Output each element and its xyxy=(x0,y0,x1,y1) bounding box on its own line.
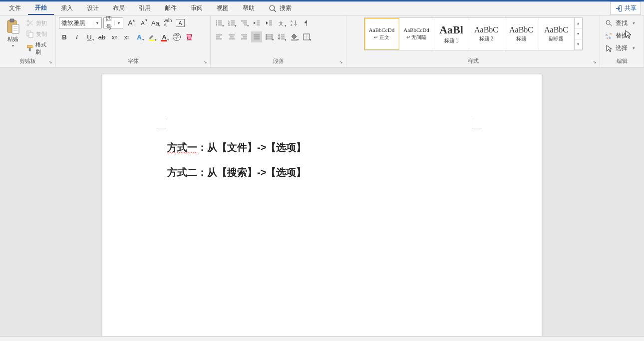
clipboard-launcher[interactable]: ↘ xyxy=(47,59,53,65)
grow-font-button[interactable]: A▴ xyxy=(125,17,136,28)
font-launcher[interactable]: ↘ xyxy=(202,59,208,65)
search-box[interactable]: 搜索 xyxy=(262,1,299,15)
svg-text:文: 文 xyxy=(279,20,284,26)
bold-button[interactable]: B xyxy=(59,31,70,42)
svg-rect-17 xyxy=(149,39,154,40)
increase-indent-button[interactable] xyxy=(264,17,275,28)
change-case-button[interactable]: Aa xyxy=(150,17,161,28)
borders-button[interactable] xyxy=(301,31,312,42)
shading-button[interactable] xyxy=(289,31,300,42)
align-center-button[interactable] xyxy=(226,31,237,42)
line-spacing-button[interactable] xyxy=(276,31,287,42)
tab-layout[interactable]: 布局 xyxy=(106,1,132,15)
align-right-button[interactable] xyxy=(239,31,250,42)
asian-layout-button[interactable]: 文 xyxy=(276,17,287,28)
style-normal[interactable]: AaBbCcDd ↵ 正文 xyxy=(364,18,399,50)
distributed-button[interactable] xyxy=(264,31,275,42)
tab-references[interactable]: 引用 xyxy=(132,1,158,15)
shrink-font-button[interactable]: A▾ xyxy=(137,17,148,28)
clear-format-button[interactable] xyxy=(184,31,195,42)
style-preview: AaBbCcDd xyxy=(403,27,429,33)
page[interactable]: 方式一：从【文件】->【选项】 方式二：从【搜索】->【选项】 xyxy=(102,74,542,336)
style-no-spacing[interactable]: AaBbCcDd ↵ 无间隔 xyxy=(399,18,434,50)
style-name-label: 标题 xyxy=(516,35,526,42)
style-preview: AaBbC xyxy=(509,25,533,34)
copy-button[interactable]: 复制 xyxy=(25,29,52,38)
svg-line-11 xyxy=(29,21,33,25)
document-line-1[interactable]: 方式一：从【文件】->【选项】 xyxy=(167,139,487,155)
share-button[interactable]: 共享 xyxy=(610,1,641,15)
tab-mailings[interactable]: 邮件 xyxy=(158,1,184,15)
subscript-button[interactable]: x2 xyxy=(109,31,120,42)
svg-point-9 xyxy=(27,24,29,26)
decrease-indent-button[interactable] xyxy=(251,17,262,28)
format-painter-icon xyxy=(26,44,33,52)
font-size-combo[interactable]: 四号▼ xyxy=(103,17,123,28)
style-name-label: ↵ 无间隔 xyxy=(406,34,427,41)
character-border-button[interactable]: A xyxy=(175,17,186,28)
search-icon xyxy=(605,19,613,27)
select-button[interactable]: 选择 ▼ xyxy=(603,43,638,53)
tab-help[interactable]: 帮助 xyxy=(236,1,262,15)
style-heading-1[interactable]: AaBl 标题 1 xyxy=(434,18,469,50)
copy-icon xyxy=(26,30,34,38)
tab-view[interactable]: 视图 xyxy=(210,1,236,15)
sort-button[interactable]: AZ xyxy=(289,17,300,28)
tab-home[interactable]: 开始 xyxy=(28,1,54,15)
align-left-button[interactable] xyxy=(214,31,225,42)
gallery-more-button[interactable]: ▾ xyxy=(575,39,582,50)
strikethrough-button[interactable]: ab xyxy=(96,31,107,42)
style-preview: AaBbC xyxy=(544,25,568,34)
text-effects-button[interactable]: A xyxy=(134,31,145,42)
svg-rect-4 xyxy=(10,19,14,22)
highlight-button[interactable] xyxy=(146,31,157,42)
search-label: 搜索 xyxy=(280,4,292,12)
scissors-icon xyxy=(26,19,34,27)
chevron-down-icon: ▼ xyxy=(632,21,636,25)
tab-file[interactable]: 文件 xyxy=(2,1,28,15)
text: ：从【文件】->【选项】 xyxy=(197,142,306,153)
svg-point-10 xyxy=(27,20,29,22)
svg-rect-61 xyxy=(292,39,297,40)
replace-button[interactable]: ab 替换 xyxy=(603,31,638,40)
svg-point-0 xyxy=(270,5,275,10)
svg-line-66 xyxy=(610,24,612,26)
font-size-value: 四号 xyxy=(106,14,114,31)
superscript-button[interactable]: x2 xyxy=(121,31,132,42)
style-preview: AaBbC xyxy=(474,25,498,34)
tab-review[interactable]: 审阅 xyxy=(184,1,210,15)
margin-marker-top-left xyxy=(156,118,166,128)
styles-launcher[interactable]: ↘ xyxy=(592,59,598,65)
document-line-2[interactable]: 方式二：从【搜索】->【选项】 xyxy=(167,164,487,180)
gallery-up-button[interactable]: ▴ xyxy=(575,18,582,28)
svg-text:Z: Z xyxy=(291,23,293,26)
phonetic-guide-button[interactable]: wénA xyxy=(162,17,173,28)
cut-button[interactable]: 剪切 xyxy=(25,18,52,27)
find-button[interactable]: 查找 ▼ xyxy=(603,18,638,28)
numbering-button[interactable]: 123 xyxy=(226,17,237,28)
format-painter-button[interactable]: 格式刷 xyxy=(25,40,52,56)
multilevel-list-button[interactable] xyxy=(239,17,250,28)
document-area[interactable]: 方式一：从【文件】->【选项】 方式二：从【搜索】->【选项】 xyxy=(0,67,644,336)
tab-design[interactable]: 设计 xyxy=(80,1,106,15)
align-justify-button[interactable] xyxy=(251,31,262,42)
tab-insert[interactable]: 插入 xyxy=(54,1,80,15)
bullets-button[interactable] xyxy=(214,17,225,28)
underline-button[interactable]: U xyxy=(84,31,95,42)
paragraph-launcher[interactable]: ↘ xyxy=(338,59,344,65)
font-color-button[interactable]: A xyxy=(159,31,170,42)
share-icon xyxy=(615,4,623,12)
paste-button[interactable]: 粘贴 ▼ xyxy=(3,17,23,48)
svg-point-21 xyxy=(216,22,217,23)
style-heading-2[interactable]: AaBbC 标题 2 xyxy=(469,18,504,50)
font-name-combo[interactable]: 微软雅黑▼ xyxy=(59,17,102,28)
styles-gallery: AaBbCcDd ↵ 正文 AaBbCcDd ↵ 无间隔 AaBl 标题 1 A… xyxy=(364,17,583,50)
enclose-char-button[interactable]: 字 xyxy=(171,31,182,42)
style-title[interactable]: AaBbC 标题 xyxy=(504,18,539,50)
show-marks-button[interactable] xyxy=(301,17,312,28)
select-label: 选择 xyxy=(616,44,628,52)
italic-button[interactable]: I xyxy=(71,31,82,42)
style-subtitle[interactable]: AaBbC 副标题 xyxy=(539,18,574,50)
gallery-down-button[interactable]: ▾ xyxy=(575,28,582,39)
style-name-label: 标题 1 xyxy=(444,37,458,44)
